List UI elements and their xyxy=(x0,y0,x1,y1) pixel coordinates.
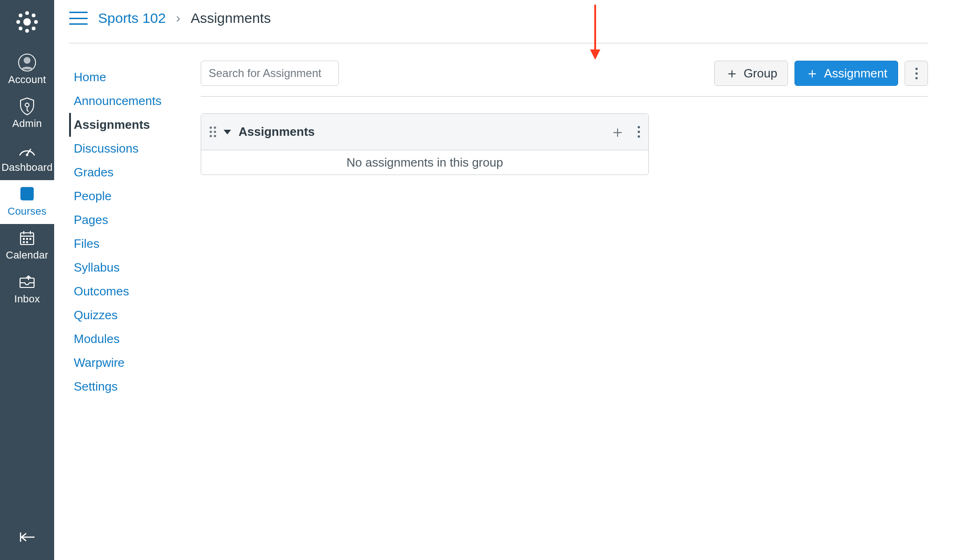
header-divider xyxy=(69,43,928,43)
assignments-toolbar: ＋ Group ＋ Assignment xyxy=(201,61,928,86)
breadcrumb-course-link[interactable]: Sports 102 xyxy=(98,10,166,26)
svg-point-0 xyxy=(23,18,31,26)
add-assignment-to-group-button[interactable]: ＋ xyxy=(610,121,626,143)
svg-point-4 xyxy=(34,20,38,24)
svg-point-5 xyxy=(19,14,22,17)
assignments-content: ＋ Group ＋ Assignment Assignments ＋ No as… xyxy=(201,61,928,175)
canvas-logo-icon[interactable] xyxy=(14,8,41,35)
global-nav-inbox-label: Inbox xyxy=(14,293,40,305)
book-icon xyxy=(18,185,36,203)
course-nav-files[interactable]: Files xyxy=(69,232,195,256)
add-group-button[interactable]: ＋ Group xyxy=(714,61,788,86)
svg-rect-23 xyxy=(29,238,31,240)
group-kebab-menu-icon[interactable] xyxy=(638,126,640,138)
global-nav: Account Admin Dashboard Courses Calendar… xyxy=(0,0,54,560)
global-nav-admin[interactable]: Admin xyxy=(0,92,54,136)
global-nav-calendar-label: Calendar xyxy=(6,249,49,261)
add-assignment-button[interactable]: ＋ Assignment xyxy=(794,61,898,86)
course-nav-home[interactable]: Home xyxy=(69,65,195,89)
annotation-arrow-icon xyxy=(588,5,602,61)
course-nav-people[interactable]: People xyxy=(69,184,195,208)
svg-point-10 xyxy=(24,57,31,64)
svg-point-7 xyxy=(19,27,22,30)
assignment-group-title: Assignments xyxy=(239,125,315,139)
breadcrumb-current: Assignments xyxy=(190,10,271,26)
global-nav-courses[interactable]: Courses xyxy=(0,180,54,224)
global-nav-admin-label: Admin xyxy=(12,118,42,130)
plus-icon: ＋ xyxy=(725,66,739,80)
add-assignment-button-label: Assignment xyxy=(824,66,887,81)
breadcrumb-separator: › xyxy=(176,11,180,26)
global-nav-account-label: Account xyxy=(8,74,46,86)
svg-point-2 xyxy=(25,29,29,33)
course-nav-settings[interactable]: Settings xyxy=(69,375,195,399)
user-avatar-icon xyxy=(18,53,36,72)
collapse-caret-icon[interactable] xyxy=(224,130,231,134)
global-nav-courses-label: Courses xyxy=(7,205,46,217)
course-nav-assignments[interactable]: Assignments xyxy=(69,113,195,137)
svg-rect-14 xyxy=(21,188,33,200)
svg-point-1 xyxy=(25,11,29,15)
svg-rect-24 xyxy=(23,241,25,243)
svg-point-8 xyxy=(32,27,35,30)
assignment-search-input[interactable] xyxy=(201,61,339,86)
global-nav-account[interactable]: Account xyxy=(0,49,54,92)
add-group-button-label: Group xyxy=(744,66,777,81)
kebab-menu-icon xyxy=(915,68,918,79)
drag-handle-icon[interactable] xyxy=(210,126,216,137)
global-nav-dashboard-label: Dashboard xyxy=(1,161,52,174)
course-nav-discussions[interactable]: Discussions xyxy=(69,137,195,161)
inbox-tray-icon xyxy=(18,273,36,291)
plus-icon: ＋ xyxy=(805,66,819,80)
assignment-group-empty-message: No assignments in this group xyxy=(201,150,648,175)
gauge-icon xyxy=(18,141,36,160)
course-nav-syllabus[interactable]: Syllabus xyxy=(69,256,195,280)
svg-point-13 xyxy=(26,154,28,156)
global-nav-inbox[interactable]: Inbox xyxy=(0,268,54,312)
global-nav-calendar[interactable]: Calendar xyxy=(0,224,54,268)
course-nav-modules[interactable]: Modules xyxy=(69,327,195,351)
collapse-global-nav-button[interactable] xyxy=(0,519,54,560)
course-nav-toggle-icon[interactable] xyxy=(69,12,88,25)
course-nav-announcements[interactable]: Announcements xyxy=(69,89,195,113)
svg-point-6 xyxy=(32,14,35,17)
breadcrumb: Sports 102 › Assignments xyxy=(69,10,271,26)
course-nav-outcomes[interactable]: Outcomes xyxy=(69,280,195,303)
global-nav-dashboard[interactable]: Dashboard xyxy=(0,136,54,180)
course-nav-pages[interactable]: Pages xyxy=(69,208,195,232)
assignments-more-options-button[interactable] xyxy=(905,61,928,86)
assignment-group-panel: Assignments ＋ No assignments in this gro… xyxy=(201,113,649,175)
toolbar-divider xyxy=(201,96,928,97)
shield-key-icon xyxy=(18,97,36,116)
svg-rect-22 xyxy=(26,238,28,240)
course-nav: Home Announcements Assignments Discussio… xyxy=(69,65,195,399)
svg-rect-21 xyxy=(23,238,25,240)
calendar-icon xyxy=(18,229,36,247)
svg-point-3 xyxy=(16,20,20,24)
course-nav-grades[interactable]: Grades xyxy=(69,161,195,184)
svg-rect-25 xyxy=(26,241,28,243)
svg-point-11 xyxy=(25,103,29,107)
svg-marker-30 xyxy=(590,49,600,60)
assignment-group-header[interactable]: Assignments ＋ xyxy=(201,114,648,150)
course-nav-quizzes[interactable]: Quizzes xyxy=(69,303,195,327)
course-nav-warpwire[interactable]: Warpwire xyxy=(69,351,195,375)
